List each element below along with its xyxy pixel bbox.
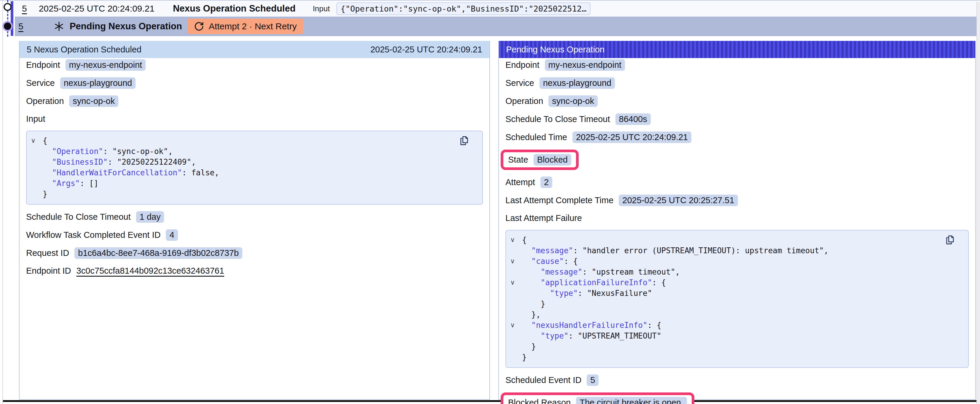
- field-label: Workflow Task Completed Event ID: [26, 230, 161, 240]
- event-input-preview-chip: {"Operation":"sync-op-ok","BusinessID":"…: [336, 2, 590, 15]
- gutter-spacer: [510, 266, 522, 277]
- gutter-spacer: [31, 167, 43, 178]
- json-line: ∨{: [510, 234, 968, 245]
- collapse-chevron-icon[interactable]: ∨: [510, 277, 522, 288]
- json-line: "Operation": "sync-op-ok",: [31, 146, 482, 157]
- field-value-chip: nexus-playground: [60, 77, 136, 89]
- json-line-text: "Operation": "sync-op-ok",: [43, 146, 173, 157]
- event-input-label: Input: [313, 4, 330, 13]
- field-label: Last Attempt Complete Time: [506, 195, 613, 205]
- scheduled-panel-title: 5 Nexus Operation Scheduled: [27, 45, 142, 54]
- field-value-chip: 1 day: [136, 211, 164, 223]
- field-row-blocked-reason: Blocked Reason The circuit breaker is op…: [508, 397, 687, 404]
- json-line: ∨{: [31, 135, 482, 146]
- field-row-endpoint-id: Endpoint ID 3c0c75ccfa8144b092c13ce63246…: [26, 265, 224, 276]
- copy-button[interactable]: [458, 135, 470, 147]
- event-row-scheduled[interactable]: 5 2025-02-25 UTC 20:24:09.21 Nexus Opera…: [15, 1, 977, 17]
- json-line: }: [31, 189, 482, 199]
- field-label: Input: [26, 114, 45, 124]
- gutter-spacer: [510, 331, 522, 341]
- left-pane-divider: [2, 0, 3, 404]
- gutter-spacer: [510, 245, 522, 256]
- json-key: "Args": [52, 179, 80, 188]
- field-row-request-id: Request ID b1c6a4bc-8ee7-468a-9169-df3b0…: [26, 247, 242, 259]
- gutter-spacer: [510, 352, 522, 363]
- state-highlight-box: State Blocked: [501, 150, 579, 170]
- json-line-text: "HandlerWaitForCancellation": false,: [43, 167, 219, 178]
- field-value-chip: 2025-02-25 UTC 20:24:09.21: [573, 131, 691, 143]
- event-id-link[interactable]: 5: [22, 3, 27, 14]
- json-line-text: "message": "handler error (UPSTREAM_TIME…: [522, 245, 829, 256]
- json-line-text: }: [522, 341, 536, 352]
- collapse-chevron-icon[interactable]: ∨: [510, 256, 522, 266]
- gutter-spacer: [510, 309, 522, 320]
- json-line: "message": "upstream timeout",: [510, 266, 968, 277]
- json-line: "type": "UPSTREAM_TIMEOUT": [510, 331, 968, 341]
- field-row-wft-completed-event-id: Workflow Task Completed Event ID 4: [26, 229, 178, 241]
- field-label: Schedule To Close Timeout: [506, 114, 610, 124]
- json-line: "HandlerWaitForCancellation": false,: [31, 167, 482, 178]
- pending-event-id-link[interactable]: 5: [18, 21, 24, 32]
- pending-operation-panel: Pending Nexus Operation Endpoint my-nexu…: [498, 41, 976, 400]
- field-label: Operation: [506, 96, 543, 106]
- asterisk-icon: [54, 21, 64, 32]
- json-line-text: {: [522, 234, 527, 245]
- event-title: Nexus Operation Scheduled: [173, 3, 296, 14]
- event-row-pending[interactable]: 5 Pending Nexus Operation Attempt 2 · Ne…: [15, 17, 977, 36]
- field-row-scheduled-time: Scheduled Time 2025-02-25 UTC 20:24:09.2…: [506, 131, 691, 143]
- json-line-text: "message": "upstream timeout",: [522, 266, 680, 277]
- scrollbar[interactable]: [977, 2, 980, 404]
- json-key: "message": [541, 268, 582, 276]
- json-line-text: "BusinessID": "20250225122409",: [43, 157, 196, 167]
- json-key: "applicationFailureInfo": [541, 278, 652, 287]
- bottom-section-divider: [3, 400, 977, 402]
- field-value-chip: 2: [541, 176, 552, 188]
- gutter-spacer: [31, 178, 43, 189]
- json-line-text: "type": "UPSTREAM_TIMEOUT": [522, 331, 662, 341]
- json-line: "type": "NexusFailure": [510, 288, 968, 299]
- gutter-spacer: [510, 288, 522, 299]
- field-value-chip: 4: [166, 229, 178, 241]
- state-value-chip: Blocked: [534, 154, 571, 166]
- field-row-schedule-to-close: Schedule To Close Timeout 1 day: [26, 211, 164, 223]
- timeline-current-dot-icon: [4, 22, 11, 30]
- field-value-chip: 86400s: [616, 113, 651, 125]
- field-row-scheduled-event-id: Scheduled Event ID 5: [506, 374, 598, 386]
- field-row-endpoint: Endpoint my-nexus-endpoint: [506, 59, 625, 71]
- json-line-text: },: [522, 309, 541, 320]
- field-label: Blocked Reason: [508, 398, 571, 404]
- field-label: Scheduled Time: [506, 132, 567, 142]
- field-label: Operation: [26, 96, 64, 106]
- json-key: "nexusHandlerFailureInfo": [531, 321, 647, 330]
- json-line: },: [510, 309, 968, 320]
- field-value-chip: nexus-playground: [539, 77, 615, 89]
- field-label: Endpoint ID: [26, 266, 71, 276]
- timeline-open-circle-icon: [3, 3, 11, 11]
- field-label: Attempt: [506, 177, 535, 187]
- field-label: State: [508, 155, 528, 165]
- field-row-operation: Operation sync-op-ok: [26, 95, 118, 107]
- field-row-last-attempt-complete-time: Last Attempt Complete Time 2025-02-25 UT…: [506, 195, 738, 206]
- field-label: Last Attempt Failure: [506, 213, 582, 223]
- retry-badge-label: Attempt 2 · Next Retry: [209, 21, 297, 32]
- retry-icon: [194, 21, 204, 32]
- json-line-text: }: [43, 189, 48, 199]
- collapse-chevron-icon[interactable]: ∨: [510, 234, 522, 245]
- scheduled-event-panel-header: 5 Nexus Operation Scheduled 2025-02-25 U…: [19, 41, 489, 58]
- collapse-chevron-icon[interactable]: ∨: [31, 135, 43, 146]
- collapse-chevron-icon[interactable]: ∨: [510, 320, 522, 331]
- field-value-chip: 5: [587, 374, 598, 386]
- field-label: Request ID: [26, 248, 69, 258]
- field-row-schedule-to-close: Schedule To Close Timeout 86400s: [506, 113, 651, 125]
- endpoint-id-link[interactable]: 3c0c75ccfa8144b092c13ce632463761: [76, 266, 224, 276]
- json-line-text: "Args": []: [43, 178, 99, 189]
- failure-json-viewer: ∨{ "message": "handler error (UPSTREAM_T…: [506, 230, 969, 368]
- copy-button[interactable]: [944, 234, 956, 246]
- field-value-chip: sync-op-ok: [69, 95, 118, 107]
- field-label: Scheduled Event ID: [506, 375, 581, 385]
- pending-event-title: Pending Nexus Operation: [70, 21, 182, 32]
- input-json-viewer: ∨{ "Operation": "sync-op-ok", "BusinessI…: [26, 131, 483, 205]
- json-line: "message": "handler error (UPSTREAM_TIME…: [510, 245, 968, 256]
- last-attempt-failure-label: Last Attempt Failure: [506, 213, 582, 223]
- field-row-service: Service nexus-playground: [26, 77, 135, 89]
